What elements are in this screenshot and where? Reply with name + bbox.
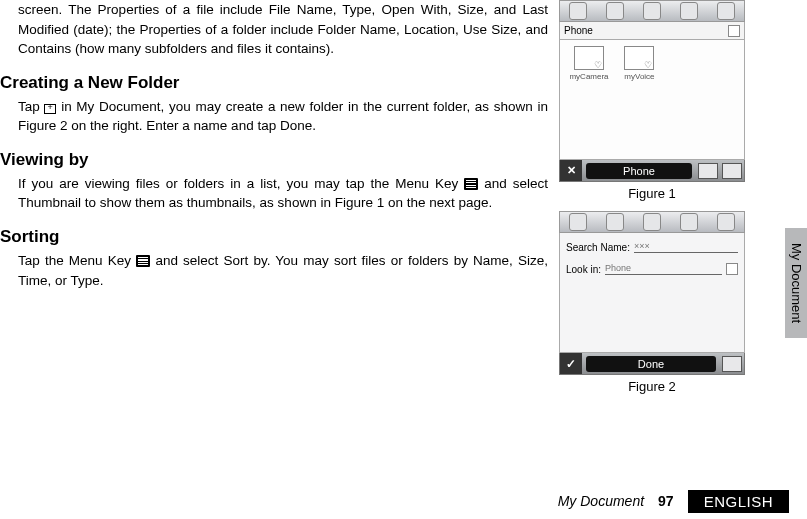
folder-item[interactable]: myVoice [616,46,662,81]
figure-2-device: Search Name: ××× Look in: Phone ✓ Done [559,211,745,375]
device-toolbar [559,0,745,22]
device-bottom-bar: ✕ Phone [559,160,745,182]
done-check-icon[interactable]: ✓ [560,353,582,374]
folder-label: myCamera [569,72,608,81]
look-in-input[interactable]: Phone [605,263,722,275]
new-folder-icon [44,104,56,114]
toolbar-icon[interactable] [606,213,624,231]
bottom-bar-label[interactable]: Done [586,356,716,372]
page-number: 97 [658,493,674,509]
toolbar-icon[interactable] [680,2,698,20]
file-browser-area: myCamera myVoice [559,40,745,160]
folder-icon [624,46,654,70]
device-toolbar [559,211,745,233]
toolbar-icon[interactable] [643,213,661,231]
side-tab-my-document: My Document [785,228,807,338]
text-fragment: Tap the Menu Key [18,253,136,268]
search-name-input[interactable]: ××× [634,241,738,253]
toolbar-icon[interactable] [717,2,735,20]
viewing-by-paragraph: If you are viewing files or folders in a… [18,174,548,213]
search-icon[interactable] [728,25,740,37]
location-label: Phone [564,25,593,36]
heading-sorting: Sorting [0,227,548,247]
figure-2-caption: Figure 2 [559,379,745,394]
toolbar-icon[interactable] [717,213,735,231]
text-fragment: If you are viewing files or folders in a… [18,176,464,191]
language-badge: ENGLISH [688,490,789,513]
search-panel: Search Name: ××× Look in: Phone [559,233,745,353]
menu-key-icon [136,255,150,267]
keyboard-icon[interactable] [722,356,742,372]
bottom-bar-label[interactable]: Phone [586,163,692,179]
text-fragment: Tap [18,99,44,114]
heading-viewing-by: Viewing by [0,150,548,170]
look-in-label: Look in: [566,264,601,275]
toolbar-icon[interactable] [569,213,587,231]
intro-paragraph: screen. The Properties of a file include… [18,0,548,59]
folder-item[interactable]: myCamera [566,46,612,81]
toolbar-icon[interactable] [643,2,661,20]
folder-icon [574,46,604,70]
search-icon[interactable] [726,263,738,275]
create-folder-paragraph: Tap in My Document, you may create a new… [18,97,548,136]
toolbar-icon[interactable] [680,213,698,231]
text-fragment: in My Document, you may create a new fol… [18,99,548,134]
toolbar-icon[interactable] [569,2,587,20]
toolbar-icon[interactable] [722,163,742,179]
device-bottom-bar: ✓ Done [559,353,745,375]
figure-1-device: Phone myCamera myVoice ✕ Phone [559,0,745,182]
toolbar-icon[interactable] [606,2,624,20]
figure-1-caption: Figure 1 [559,186,745,201]
heading-create-folder: Creating a New Folder [0,73,548,93]
footer-section-title: My Document [558,493,644,509]
toolbar-icon[interactable] [698,163,718,179]
search-name-label: Search Name: [566,242,630,253]
folder-label: myVoice [624,72,654,81]
sorting-paragraph: Tap the Menu Key and select Sort by. You… [18,251,548,290]
menu-key-icon [464,178,478,190]
page-footer: My Document 97 ENGLISH [0,489,807,513]
location-bar: Phone [559,22,745,40]
close-icon[interactable]: ✕ [560,160,582,181]
